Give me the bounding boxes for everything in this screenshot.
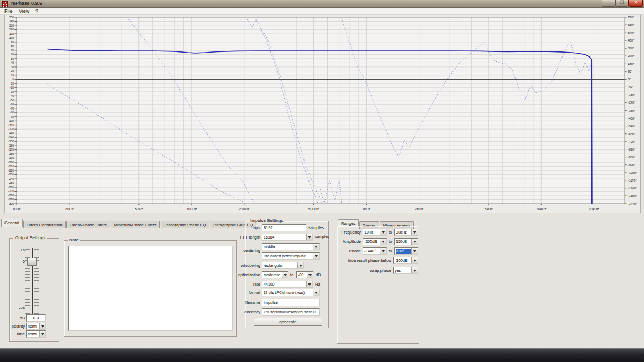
dropdown-arrow-icon[interactable]	[306, 281, 312, 287]
rephase-app-icon	[2, 1, 8, 7]
optimization-db-select[interactable]: -80	[296, 271, 313, 278]
hide-result-phase-value: -100dB	[395, 258, 411, 263]
close-icon: ✕	[629, 0, 642, 6]
dropdown-arrow-icon[interactable]	[380, 229, 386, 235]
hide-result-phase-select[interactable]: -100dB	[393, 257, 418, 264]
note-textarea[interactable]	[68, 246, 233, 331]
dropdown-arrow-icon[interactable]	[297, 262, 303, 268]
tab-minimum-phase-filters[interactable]: Minimum-Phase Filters	[111, 221, 160, 228]
slider-tick	[34, 313, 39, 314]
dropdown-arrow-icon[interactable]	[282, 272, 288, 278]
y-axis-label: 140	[9, 19, 14, 23]
centering-select[interactable]: middle	[262, 243, 320, 250]
dropdown-arrow-icon[interactable]	[411, 248, 418, 254]
amplitude-from-value: -300dB	[364, 239, 379, 245]
dropdown-arrow-icon[interactable]	[306, 234, 312, 240]
output-gain-slider-handle[interactable]	[27, 258, 37, 266]
slider-tick	[34, 302, 39, 303]
rate-select[interactable]: 44100	[262, 281, 313, 288]
rate-label: rate	[253, 282, 260, 287]
frequency-to-label: to	[389, 230, 392, 235]
y-axis-label: -50	[10, 99, 14, 102]
directory-input[interactable]	[262, 308, 320, 316]
y-axis-label: 130	[9, 24, 14, 27]
phase-axis-label: -1080°	[628, 171, 637, 174]
y-axis-label: -40	[10, 94, 14, 97]
restore-button[interactable]: ❐	[615, 0, 628, 7]
phase-axis-label: 90°	[628, 70, 632, 73]
tab-linear-phase-filters[interactable]: Linear-Phase Filters	[66, 221, 110, 228]
phase-from-select[interactable]: -1440°	[363, 247, 387, 255]
dropdown-arrow-icon[interactable]	[380, 248, 386, 254]
dropdown-arrow-icon[interactable]	[411, 239, 418, 245]
y-axis-label: -140	[8, 136, 14, 139]
rate-value: 44100	[264, 282, 306, 287]
amplitude-to-select[interactable]: 150dB	[394, 238, 418, 245]
x-axis-label: 10Hz	[12, 207, 20, 211]
fft-length-label: FFT length	[240, 235, 260, 240]
y-axis-label: 80	[11, 44, 14, 48]
phase-axis-label: -1350°	[628, 194, 637, 198]
slider-tick	[25, 266, 30, 266]
dropdown-arrow-icon[interactable]	[39, 323, 45, 329]
dropdown-arrow-icon[interactable]	[411, 229, 418, 235]
optimization-select[interactable]: moderate	[262, 271, 288, 278]
dropdown-arrow-icon[interactable]	[313, 289, 319, 296]
time-select[interactable]: norm	[26, 330, 46, 338]
y-axis-label: 40	[11, 61, 14, 64]
slider-tick	[25, 274, 30, 275]
slider-tick	[25, 288, 30, 289]
output-gain-input[interactable]	[26, 314, 46, 322]
slider-tick	[34, 286, 39, 286]
centering-mode-select[interactable]: use closest perfect impulse	[262, 252, 320, 260]
generate-button[interactable]: generate	[254, 318, 322, 326]
frequency-from-select[interactable]: 10Hz	[363, 229, 387, 236]
amplitude-from-select[interactable]: -300dB	[363, 238, 387, 245]
filename-input[interactable]	[262, 299, 320, 306]
dropdown-arrow-icon[interactable]	[411, 267, 418, 273]
slider-tick	[25, 294, 30, 294]
time-label: time	[17, 332, 25, 337]
format-select[interactable]: 32 bits LPCM mono (.wav)	[262, 289, 320, 296]
taps-input[interactable]	[262, 224, 306, 231]
x-axis-label: 5kHz	[485, 207, 493, 211]
slider-tick	[34, 268, 39, 269]
tab-filters-linearization[interactable]: Filters Linearization	[23, 221, 66, 228]
tab-paragraphic-phase-eq[interactable]: Paragraphic Phase EQ	[161, 221, 210, 228]
restore-icon: ❐	[616, 0, 628, 6]
dropdown-arrow-icon[interactable]	[307, 272, 313, 278]
optimization-db-value: -80	[298, 272, 306, 278]
dropdown-arrow-icon[interactable]	[39, 331, 45, 337]
menu-view[interactable]: View	[17, 8, 32, 15]
y-axis-label: 50	[11, 57, 14, 60]
fft-length-select[interactable]: 16384	[262, 234, 313, 241]
x-axis-label: 20kHz	[589, 207, 599, 211]
phase-to-value: 720°	[396, 249, 411, 254]
y-axis-label: -130	[8, 131, 14, 135]
polarity-label: polarity	[12, 324, 25, 329]
windowing-select[interactable]: rectangular	[262, 262, 304, 269]
wrap-phase-select[interactable]: yes	[393, 267, 418, 274]
fft-length-unit: samples	[315, 235, 329, 239]
slider-label-min: -24	[19, 306, 25, 311]
frequency-to-select[interactable]: 30kHz	[394, 229, 418, 236]
y-axis-label: 0	[12, 77, 14, 81]
menu-help[interactable]: ?	[33, 8, 40, 15]
dropdown-arrow-icon[interactable]	[313, 244, 319, 250]
phase-to-select[interactable]: 720°	[394, 247, 418, 255]
y-axis-label: -180	[8, 152, 14, 156]
x-axis-label: 2kHz	[415, 207, 423, 211]
close-button[interactable]: ✕	[628, 0, 643, 7]
phase-axis-label: -1260°	[628, 187, 637, 190]
minimize-button[interactable]: —	[602, 0, 615, 7]
dropdown-arrow-icon[interactable]	[313, 253, 319, 259]
tab-general[interactable]: General	[1, 219, 23, 227]
dropdown-arrow-icon[interactable]	[411, 257, 418, 263]
y-axis-label: -90	[10, 115, 14, 118]
y-axis-label: 120	[9, 28, 14, 31]
menu-file[interactable]: File	[2, 8, 15, 15]
centering-value: middle	[264, 244, 312, 250]
polarity-select[interactable]: norm	[26, 323, 46, 330]
dropdown-arrow-icon[interactable]	[380, 239, 386, 245]
slider-tick	[25, 308, 30, 308]
